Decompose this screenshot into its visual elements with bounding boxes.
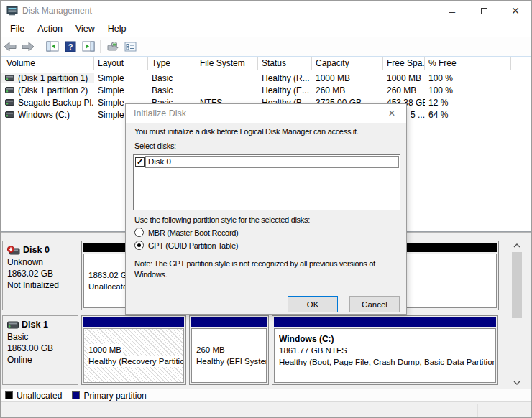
action-pane-icon[interactable] <box>79 38 97 55</box>
disk0-status: Not Initialized <box>7 279 75 291</box>
legend-label: Unallocated <box>17 391 62 401</box>
cell-status: Healthy (E... <box>258 85 312 96</box>
legend-bar: Unallocated Primary partition <box>1 389 532 401</box>
column-header-type[interactable]: Type <box>148 57 196 70</box>
disk1-status: Online <box>7 354 75 366</box>
toolbar: ? <box>1 37 532 56</box>
partition-style-label: Use the following partition style for th… <box>134 215 310 224</box>
partition-status: Healthy (Recovery Partitic <box>88 356 184 367</box>
disk0-error-icon <box>7 246 20 255</box>
volume-disk-icon <box>5 111 14 118</box>
disk0-name: Disk 0 <box>23 245 50 255</box>
dialog-intro-text: You must initialize a disk before Logica… <box>134 127 359 136</box>
cell-free-space: 1000 MB <box>383 73 425 83</box>
disk1-partition-recovery[interactable]: 1000 MB Healthy (Recovery Partitic <box>81 315 186 385</box>
disk1-partition-windows-c[interactable]: Windows (C:) 1861.77 GB NTFS Healthy (Bo… <box>272 315 498 385</box>
gpt-radio-row[interactable]: GPT (GUID Partition Table) <box>134 241 238 250</box>
column-header-capacity[interactable]: Capacity <box>312 57 383 70</box>
mbr-radio-row[interactable]: MBR (Master Boot Record) <box>134 228 238 237</box>
volume-name: (Disk 1 partition 1) <box>18 73 88 83</box>
forward-icon[interactable] <box>19 38 37 55</box>
mbr-radio-label: MBR (Master Boot Record) <box>148 228 238 237</box>
menu-view[interactable]: View <box>69 22 101 35</box>
help-icon[interactable]: ? <box>61 38 79 55</box>
disk-listbox[interactable]: ✓ Disk 0 <box>133 154 400 210</box>
svg-text:?: ? <box>68 42 73 51</box>
status-bar <box>1 401 532 418</box>
volume-disk-icon <box>5 87 14 93</box>
initialize-disk-dialog: Initialize Disk × You must initialize a … <box>125 103 407 315</box>
disk-management-app-icon <box>6 6 18 16</box>
partition-size: 1861.77 GB NTFS <box>279 345 495 356</box>
column-header-layout[interactable]: Layout <box>94 57 148 70</box>
dialog-close-icon[interactable]: × <box>385 106 399 121</box>
cell-pct-free: 100 % <box>425 85 511 96</box>
table-row[interactable]: (Disk 1 partition 1) Simple Basic Health… <box>1 72 532 84</box>
primary-partition-band <box>274 317 496 327</box>
volume-name: (Disk 1 partition 2) <box>18 85 88 96</box>
title-bar: Disk Management – × <box>1 1 532 21</box>
mbr-radio[interactable] <box>134 228 144 237</box>
cell-type: Basic <box>148 73 196 83</box>
primary-partition-swatch <box>72 391 80 399</box>
graphical-pane-scrollbar[interactable] <box>508 241 526 387</box>
close-button[interactable]: × <box>500 1 531 21</box>
volume-name: Seagate Backup Pl... <box>18 98 94 108</box>
properties-list-icon[interactable] <box>121 38 139 55</box>
table-row[interactable]: (Disk 1 partition 2) Simple Basic Health… <box>1 84 532 96</box>
disk1-size: 1863.00 GB <box>7 343 75 354</box>
menu-help[interactable]: Help <box>101 22 133 35</box>
column-header-free-space[interactable]: Free Spa... <box>383 57 425 70</box>
cell-status: Healthy (R... <box>258 73 312 83</box>
partition-size: 260 MB <box>196 344 266 356</box>
column-header-file-system[interactable]: File System <box>196 57 258 70</box>
disk1-partition-efi[interactable]: 260 MB Healthy (EFI System <box>189 315 269 385</box>
column-header-status[interactable]: Status <box>258 57 312 70</box>
volume-disk-icon <box>5 99 14 106</box>
partition-status: Healthy (EFI System <box>196 356 266 367</box>
statusbar-divider <box>477 404 478 417</box>
column-header-volume[interactable]: Volume <box>1 57 94 70</box>
disk1-info-card[interactable]: Disk 1 Basic 1863.00 GB Online <box>2 315 78 385</box>
gpt-radio[interactable] <box>134 241 144 250</box>
cell-pct-free: 64 % <box>425 110 511 120</box>
cell-capacity: 260 MB <box>312 85 383 96</box>
toolbar-separator <box>100 40 101 53</box>
scroll-up-icon[interactable] <box>508 241 526 250</box>
disk0-checkbox[interactable]: ✓ <box>135 157 145 167</box>
cell-pct-free: 12 % <box>425 98 511 108</box>
console-tree-icon[interactable] <box>43 38 61 55</box>
menu-action[interactable]: Action <box>31 22 69 35</box>
cell-layout: Simple <box>94 73 148 83</box>
ok-button[interactable]: OK <box>288 296 338 312</box>
window-title: Disk Management <box>22 6 92 16</box>
gpt-radio-label: GPT (GUID Partition Table) <box>148 241 238 250</box>
dialog-title-bar: Initialize Disk × <box>126 104 406 123</box>
back-icon[interactable] <box>1 38 19 55</box>
scrollbar-thumb[interactable] <box>512 252 522 318</box>
maximize-icon <box>481 8 487 14</box>
menu-file[interactable]: File <box>4 22 31 35</box>
scroll-down-icon[interactable] <box>508 378 526 387</box>
cell-layout: Simple <box>94 85 148 96</box>
disk0-item-label[interactable]: Disk 0 <box>145 156 399 168</box>
minimize-button[interactable]: – <box>436 1 468 21</box>
select-disks-label: Select disks: <box>134 141 176 150</box>
primary-partition-band <box>83 317 184 327</box>
disk-list-item[interactable]: ✓ Disk 0 <box>134 156 399 168</box>
cell-pct-free: 100 % <box>425 73 511 83</box>
maximize-button[interactable] <box>468 1 500 21</box>
disk0-type: Unknown <box>7 256 75 268</box>
computer-view-icon[interactable] <box>104 38 121 55</box>
column-header-pct-free[interactable]: % Free <box>425 57 511 70</box>
partition-title: Windows (C:) <box>279 333 495 345</box>
disk-management-window: Disk Management – × File Action View Hel… <box>0 0 532 418</box>
legend-label: Primary partition <box>83 391 146 401</box>
volume-disk-icon <box>5 75 14 81</box>
statusbar-divider <box>382 404 382 417</box>
gpt-note-text: Note: The GPT partition style is not rec… <box>134 259 395 280</box>
disk0-info-card[interactable]: Disk 0 Unknown 1863.02 GB Not Initialize… <box>2 241 78 310</box>
disk0-size: 1863.02 GB <box>7 268 75 279</box>
cancel-button[interactable]: Cancel <box>349 296 400 312</box>
disk1-type: Basic <box>7 331 75 343</box>
